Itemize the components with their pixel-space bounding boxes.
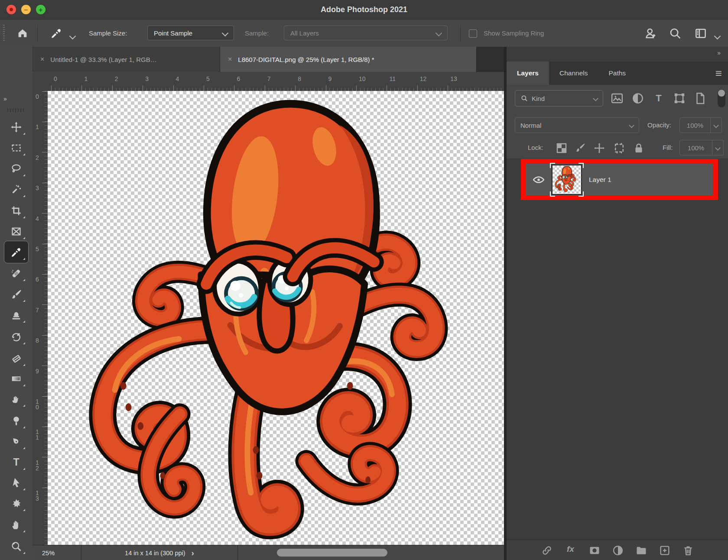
toolbar-grip[interactable] — [7, 108, 26, 112]
separator — [37, 25, 38, 42]
vertical-ruler[interactable]: 012345678910111213 — [32, 91, 48, 545]
h-ruler-number: 9 — [328, 75, 332, 82]
filter-smart-objects-icon[interactable] — [694, 92, 707, 105]
workspace-switcher-icon[interactable] — [694, 27, 707, 40]
filter-adjustment-layers-icon[interactable] — [631, 92, 644, 105]
v-ruler-number: 3 — [36, 185, 40, 191]
tool-preset-chevron-icon[interactable] — [69, 33, 76, 40]
document-info[interactable]: 14 in x 14 in (300 ppi) › — [81, 545, 238, 560]
frame-tool-button[interactable] — [10, 226, 22, 237]
panel-collapse-icon[interactable]: » — [717, 49, 721, 56]
search-icon[interactable] — [669, 27, 682, 40]
delete-layer-trash-icon[interactable] — [682, 544, 694, 557]
tab-paths[interactable]: Paths — [598, 62, 636, 85]
zoom-tool-button[interactable] — [10, 541, 22, 552]
status-chevron-icon[interactable]: › — [192, 549, 194, 557]
show-sampling-ring-checkbox[interactable] — [469, 29, 477, 38]
h-ruler-number: 7 — [267, 75, 271, 82]
layer-thumbnail[interactable] — [552, 165, 582, 195]
lock-position-icon[interactable] — [593, 142, 606, 155]
document-tab-bar: × Untitled-1 @ 33.3% (Layer 1, RGB… × L8… — [32, 47, 504, 72]
v-ruler-number: 9 — [36, 369, 40, 374]
status-bar: 25% 14 in x 14 in (300 ppi) › — [32, 545, 504, 560]
pen-tool-button[interactable] — [10, 436, 22, 447]
close-tab-icon[interactable]: × — [40, 55, 44, 63]
separator — [460, 25, 461, 42]
opacity-label: Opacity: — [647, 121, 671, 129]
share-account-icon[interactable] — [644, 27, 657, 40]
blend-mode-row: Normal Opacity: 100% — [507, 113, 728, 137]
magic-wand-tool-button[interactable] — [10, 184, 22, 195]
tab-channels[interactable]: Channels — [549, 62, 598, 85]
zoom-level-field[interactable]: 25% — [32, 545, 81, 560]
adjustment-layer-icon[interactable] — [612, 544, 624, 557]
workspace-chevron-icon[interactable] — [714, 33, 721, 40]
layer-filter-row: Kind T — [507, 85, 728, 114]
layer-name[interactable]: Layer 1 — [589, 176, 611, 184]
spot-healing-brush-tool-button[interactable] — [10, 268, 22, 279]
move-tool-button[interactable] — [10, 121, 22, 133]
layer-filtering-toggle[interactable] — [718, 89, 725, 107]
sample-label: Sample: — [245, 19, 269, 47]
home-icon[interactable] — [16, 27, 29, 39]
close-tab-icon[interactable]: × — [228, 55, 232, 63]
new-layer-icon[interactable] — [659, 544, 671, 557]
filter-kind-dropdown[interactable]: Kind — [515, 90, 603, 107]
panel-menu-icon[interactable]: ≡ — [715, 62, 728, 85]
tab-layers[interactable]: Layers — [507, 62, 549, 85]
filter-pixel-layers-icon[interactable] — [611, 92, 624, 105]
eye-icon — [532, 173, 545, 186]
layer-style-fx-icon[interactable]: fx — [564, 544, 577, 557]
opacity-chevron-icon[interactable] — [711, 117, 722, 133]
lasso-tool-button[interactable] — [10, 163, 22, 175]
fill-value-field[interactable]: 100% — [679, 140, 712, 155]
add-layer-mask-icon[interactable] — [588, 544, 601, 557]
options-grip[interactable] — [3, 25, 5, 42]
sample-value: All Layers — [290, 29, 319, 37]
tab-untitled-1[interactable]: × Untitled-1 @ 33.3% (Layer 1, RGB… — [32, 47, 220, 72]
sample-dropdown[interactable]: All Layers — [284, 26, 448, 40]
rectangular-marquee-tool-button[interactable] — [10, 142, 22, 154]
history-brush-tool-button[interactable] — [10, 331, 22, 343]
v-ruler-number: 1 — [36, 124, 40, 130]
horizontal-scrollbar-thumb[interactable] — [277, 549, 387, 557]
horizontal-scrollbar-track[interactable] — [238, 545, 504, 560]
lock-artboard-icon[interactable] — [613, 142, 626, 155]
toolbar-collapse-icon[interactable]: » — [3, 95, 7, 102]
eyedropper-tool-button[interactable] — [10, 246, 22, 258]
tab-l8607-digital[interactable]: × L8607-DIGITAL.png @ 25% (Layer 1, RGB/… — [220, 47, 477, 72]
lock-transparency-icon[interactable] — [555, 142, 568, 155]
v-ruler-number: 13 — [36, 490, 40, 502]
ruler-origin-corner[interactable] — [32, 72, 48, 91]
eraser-tool-button[interactable] — [10, 353, 22, 364]
sample-size-dropdown[interactable]: Point Sample — [147, 26, 234, 40]
fill-chevron-icon[interactable] — [712, 140, 724, 155]
layer-visibility-toggle[interactable] — [526, 173, 552, 186]
lock-pixels-icon[interactable] — [574, 142, 587, 155]
blend-mode-dropdown[interactable]: Normal — [515, 117, 639, 133]
crop-tool-button[interactable] — [10, 205, 22, 217]
brush-tool-button[interactable] — [10, 288, 22, 300]
document-canvas[interactable] — [48, 91, 504, 545]
dodge-tool-button[interactable] — [10, 415, 22, 427]
hand-tool-button[interactable] — [10, 519, 22, 531]
lock-all-icon[interactable] — [632, 142, 645, 155]
type-tool-button[interactable]: T — [10, 456, 22, 468]
new-group-folder-icon[interactable] — [635, 544, 647, 557]
v-ruler-number: 0 — [36, 94, 40, 100]
gradient-tool-button[interactable] — [10, 373, 22, 385]
path-selection-tool-button[interactable] — [10, 477, 22, 489]
custom-shape-tool-button[interactable] — [10, 498, 22, 509]
annotation-highlight-box: Layer 1 — [521, 159, 718, 200]
h-ruler-number: 8 — [298, 75, 301, 82]
horizontal-ruler[interactable]: 012345678910111213 — [48, 72, 504, 91]
link-layers-icon[interactable] — [541, 544, 553, 557]
filter-type-layers-icon[interactable]: T — [652, 92, 665, 105]
clone-stamp-tool-button[interactable] — [10, 309, 22, 321]
opacity-value-field[interactable]: 100% — [679, 117, 711, 133]
eyedropper-tool-icon[interactable] — [50, 27, 62, 39]
layer-row-layer-1[interactable]: Layer 1 — [526, 164, 713, 195]
smudge-tool-button[interactable] — [10, 393, 22, 405]
filter-shape-layers-icon[interactable] — [673, 92, 686, 105]
h-ruler-number: 13 — [450, 75, 457, 82]
